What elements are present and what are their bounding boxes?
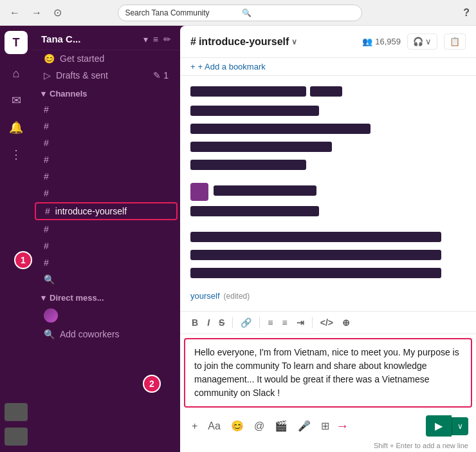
history-button[interactable]: ⊙	[50, 5, 65, 20]
channels-label: Channels	[50, 89, 87, 99]
toolbar-divider-2	[259, 317, 260, 328]
drafts-badge: ✎ 1	[153, 70, 169, 80]
sidebar-item-introduce-yourself[interactable]: # introduce-yourself	[35, 202, 178, 220]
ordered-list-button[interactable]: ≡	[264, 315, 277, 330]
drafts-label: Drafts & sent	[56, 70, 108, 80]
message-avatar	[190, 183, 208, 201]
sidebar-item-ch4[interactable]: #	[35, 152, 178, 167]
workspace-chevron[interactable]: ▾	[143, 34, 148, 44]
hash-icon-ch4: #	[44, 155, 49, 165]
sidebar-item-ch9[interactable]: #	[35, 255, 178, 270]
sidebar-item-dm-user[interactable]	[35, 306, 178, 325]
link-button[interactable]: 🔗	[237, 315, 255, 330]
composer-area: B I S 🔗 ≡ ≡ ⇥ </> ⊕ Hello everyone, I'm …	[180, 311, 476, 452]
help-button[interactable]: ?	[463, 7, 470, 19]
huddle-button[interactable]: 🎧 ∨	[407, 33, 437, 50]
sidebar-header: Tana C... ▾ ≡ ✏	[32, 26, 180, 50]
msg-line	[190, 157, 466, 173]
edited-link[interactable]: yourself	[190, 291, 220, 301]
browser-search-text: Search Tana Community	[125, 8, 238, 17]
mention-button[interactable]: @	[250, 419, 268, 434]
add-coworkers-label: Add coworkers	[60, 329, 120, 339]
bookmark-bar[interactable]: + + Add a bookmark	[180, 58, 476, 76]
channel-header: # introduce-yourself ∨ 👥 16,959 🎧 ∨ 📋	[180, 26, 476, 58]
send-icon: ▶	[435, 420, 443, 432]
indent-button[interactable]: ⇥	[293, 315, 308, 330]
redacted-text	[190, 232, 441, 242]
app-logo[interactable]: T	[5, 31, 28, 54]
back-button[interactable]: ←	[6, 6, 23, 20]
sidebar-item-ch1[interactable]: #	[35, 102, 178, 117]
redacted-text	[214, 185, 316, 196]
sidebar-item-ch7[interactable]: #	[35, 221, 178, 237]
unordered-list-button[interactable]: ≡	[279, 315, 291, 330]
hash-icon-introduce-yourself: #	[45, 206, 50, 216]
emoji-button[interactable]: 😊	[227, 418, 248, 434]
bookmark-add-icon: +	[190, 62, 196, 71]
channels-section[interactable]: ▾ Channels	[32, 84, 180, 101]
edit-icon[interactable]: ✏	[163, 34, 171, 44]
more-bottom-button[interactable]: ⊞	[317, 418, 333, 434]
strikethrough-button[interactable]: S	[215, 315, 228, 330]
sidebar-item-ch8[interactable]: #	[35, 238, 178, 254]
hash-icon-ch1: #	[44, 104, 49, 115]
channel-header-right: 👥 16,959 🎧 ∨ 📋	[362, 33, 466, 50]
sidebar-item-ch2[interactable]: #	[35, 118, 178, 134]
browser-search-bar[interactable]: Search Tana Community 🔍	[118, 5, 362, 21]
canvas-icon: 📋	[450, 37, 460, 46]
bold-button[interactable]: B	[188, 315, 202, 330]
msg-line	[190, 121, 466, 137]
redacted-text	[190, 86, 306, 97]
people-icon: 👥	[362, 37, 372, 46]
drafts-edit-icon: ✎	[153, 70, 161, 80]
forward-button[interactable]: →	[28, 6, 45, 20]
sidebar-item-get-started[interactable]: 😊 Get started	[35, 51, 178, 66]
send-dropdown-button[interactable]: ∨	[452, 417, 468, 435]
code-button[interactable]: </>	[316, 315, 337, 330]
font-button[interactable]: Aa	[204, 419, 224, 434]
msg-line	[190, 265, 466, 281]
message-block-4	[190, 229, 466, 281]
sidebar-item-search[interactable]: 🔍	[35, 272, 178, 287]
canvas-button[interactable]: 📋	[444, 33, 466, 50]
sidebar-item-add-coworkers[interactable]: 🔍 Add coworkers	[35, 326, 178, 342]
activity-icon[interactable]: 🔔	[5, 116, 28, 139]
more-format-button[interactable]: ⊕	[338, 315, 354, 330]
msg-line	[190, 203, 466, 219]
send-group: ▶ ∨	[426, 415, 468, 437]
italic-button[interactable]: I	[203, 315, 214, 330]
more-icon[interactable]: ⋮	[5, 143, 28, 166]
member-count: 👥 16,959	[362, 37, 401, 46]
redacted-text	[190, 250, 441, 260]
sidebar-item-ch3[interactable]: #	[35, 135, 178, 151]
video-button[interactable]: 🎬	[271, 418, 291, 434]
dm-user-avatar	[44, 308, 58, 323]
send-button[interactable]: ▶	[426, 415, 452, 437]
message-text-group	[214, 183, 466, 201]
sidebar-item-drafts[interactable]: ▷ Drafts & sent ✎ 1	[35, 68, 178, 83]
composer-bottom-bar: + Aa 😊 @ 🎬 🎤 ⊞ → ▶ ∨	[180, 411, 476, 440]
get-started-icon: 😊	[44, 53, 55, 64]
dm-icon[interactable]: ✉	[5, 89, 28, 112]
sidebar-item-ch6[interactable]: #	[35, 185, 178, 201]
messages-area: yourself (edited)	[180, 76, 476, 311]
redacted-text	[190, 206, 319, 216]
message-block-2	[190, 183, 466, 201]
dm-section[interactable]: ▾ Direct mess...	[32, 288, 180, 305]
search-icon: 🔍	[44, 274, 55, 285]
hash-icon-ch7: #	[44, 224, 49, 234]
filter-icon[interactable]: ≡	[153, 34, 158, 44]
huddle-chevron: ∨	[425, 37, 432, 46]
home-icon[interactable]: ⌂	[5, 62, 28, 85]
channels-collapse-icon: ▾	[41, 89, 46, 99]
step-badge-2: 2	[143, 375, 161, 393]
composer-text-input[interactable]: Hello everyone, I'm from Vietnam, nice t…	[184, 338, 472, 408]
add-attachment-button[interactable]: +	[188, 419, 201, 434]
mic-button[interactable]: 🎤	[294, 418, 315, 434]
channel-chevron-icon[interactable]: ∨	[291, 37, 297, 46]
sidebar-item-ch5[interactable]: #	[35, 169, 178, 184]
send-hint: Shift + Enter to add a new line	[180, 440, 476, 452]
redacted-text	[190, 142, 332, 152]
workspace-name[interactable]: Tana C...	[41, 33, 138, 44]
bottom-item-2	[5, 428, 28, 446]
